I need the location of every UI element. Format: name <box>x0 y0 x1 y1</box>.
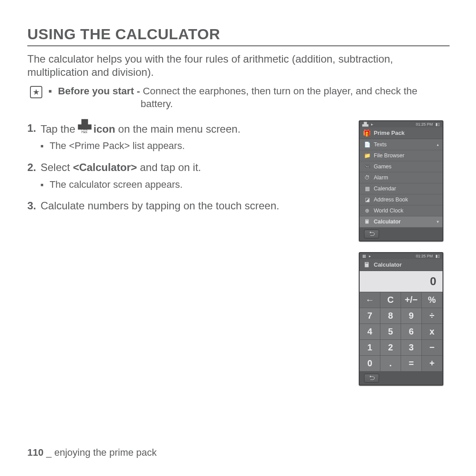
item-type-icon: ◪ <box>364 197 370 203</box>
back-button[interactable]: ⮌ <box>364 374 379 383</box>
bullet-icon: ■ <box>41 143 44 149</box>
screenshot-prime-pack: ▟▙ ▸ 01:25 PM ▮▯ 🎁 Prime Pack 📄Texts▴📁Fi… <box>359 120 443 242</box>
item-type-icon: ⏱ <box>364 175 370 181</box>
step-text: on the main menu screen. <box>118 123 241 134</box>
step-text: Calculate numbers by tapping on the touc… <box>41 200 279 212</box>
screenshot-calculator: ▦ ▸ 01:25 PM ▮▯ 🖩 Calculator 0 ←C+/−%789… <box>359 252 443 386</box>
page-title: USING THE CALCULATOR <box>27 26 450 46</box>
status-time: 01:25 PM <box>416 122 433 126</box>
screen-title: Prime Pack <box>374 130 405 136</box>
list-item[interactable]: ⊕World Clock <box>360 205 443 216</box>
star-icon: ★ <box>30 86 42 98</box>
calc-key[interactable]: 0 <box>360 356 380 372</box>
steps-list: 1. Tap the ▟▙ Prime Pack icon on the mai… <box>27 120 339 386</box>
step-bold: icon <box>93 123 115 134</box>
screen-title: Calculator <box>374 261 402 268</box>
back-button[interactable]: ⮌ <box>364 230 379 238</box>
before-you-start: ★ ■ Before you start - Connect the earph… <box>27 85 450 111</box>
list-item[interactable]: ▦Calendar <box>360 183 443 194</box>
list-item[interactable]: 🎮Games <box>360 161 443 172</box>
battery-icon: ▮▯ <box>435 122 440 126</box>
calc-key[interactable]: . <box>380 356 401 372</box>
list-item[interactable]: ⏱Alarm <box>360 172 443 183</box>
step-text: Select <box>41 161 73 173</box>
page-footer: 110 _ enjoying the prime pack <box>27 447 157 458</box>
item-label: World Clock <box>374 208 403 214</box>
step-bold: <Calculator> <box>73 161 137 173</box>
step-1: 1. Tap the ▟▙ Prime Pack icon on the mai… <box>27 120 339 137</box>
calc-key[interactable]: 3 <box>401 340 422 356</box>
list-item[interactable]: 📁File Browser <box>360 150 443 161</box>
back-icon: ⮌ <box>369 231 375 237</box>
footer-sep: _ <box>46 447 54 458</box>
item-label: Games <box>374 164 391 170</box>
step-number: 3. <box>27 198 41 214</box>
calc-key[interactable]: + <box>422 356 443 372</box>
sub-text: The <Prime Pack> list appears. <box>49 140 185 151</box>
step-1-sub: ■ The <Prime Pack> list appears. <box>27 139 339 152</box>
before-text-2: battery. <box>48 98 417 111</box>
gift-icon: ▟▙ <box>78 120 90 128</box>
list-item[interactable]: 🖩Calculator▾ <box>360 216 443 227</box>
prime-pack-icon: ▟▙ Prime Pack <box>78 120 90 134</box>
step-2-sub: ■ The calculator screen appears. <box>27 178 339 191</box>
calc-mini-icon: ▦ <box>362 254 366 258</box>
item-type-icon: 🖩 <box>364 219 370 225</box>
calc-key[interactable]: 8 <box>380 308 401 324</box>
calc-key[interactable]: 6 <box>401 324 422 340</box>
calc-key[interactable]: C <box>380 292 401 308</box>
item-type-icon: 🎮 <box>364 164 370 170</box>
bullet-icon: ■ <box>41 182 44 187</box>
calc-key[interactable]: 9 <box>401 308 422 324</box>
calc-key[interactable]: − <box>422 340 443 356</box>
sub-text: The calculator screen appears. <box>49 179 182 190</box>
calc-key[interactable]: 4 <box>360 324 380 340</box>
bullet-icon: ■ <box>48 88 52 94</box>
play-icon: ▸ <box>369 254 371 258</box>
item-label: File Browser <box>374 152 404 159</box>
step-text: Tap the <box>41 123 78 134</box>
calc-key[interactable]: ← <box>360 292 380 308</box>
calc-key[interactable]: +/− <box>401 292 422 308</box>
before-text-1: Connect the earphones, then turn on the … <box>143 86 417 97</box>
footer-text: enjoying the prime pack <box>54 447 156 458</box>
item-label: Texts <box>374 141 387 148</box>
scroll-down-icon: ▾ <box>437 219 439 224</box>
gift-icon: 🎁 <box>363 130 370 137</box>
page-number: 110 <box>27 447 44 458</box>
list-item[interactable]: ◪Address Book <box>360 194 443 205</box>
step-number: 1. <box>27 120 41 137</box>
item-type-icon: ▦ <box>364 186 370 192</box>
gift-icon: ▟▙ <box>362 122 368 126</box>
list-item[interactable]: 📄Texts▴ <box>360 139 443 150</box>
item-label: Address Book <box>374 197 408 203</box>
item-type-icon: ⊕ <box>364 208 370 214</box>
item-label: Calendar <box>374 186 396 192</box>
battery-icon: ▮▯ <box>435 254 440 258</box>
item-type-icon: 📄 <box>364 141 370 148</box>
calc-key[interactable]: % <box>422 292 443 308</box>
scroll-up-icon: ▴ <box>437 142 439 147</box>
status-time: 01:25 PM <box>416 254 433 258</box>
back-icon: ⮌ <box>369 375 375 381</box>
step-2: 2. Select <Calculator> and tap on it. <box>27 160 339 175</box>
item-type-icon: 📁 <box>364 152 370 159</box>
calc-display: 0 <box>360 271 443 292</box>
calc-key[interactable]: 1 <box>360 340 380 356</box>
before-label: Before you start - <box>58 86 140 97</box>
calc-key[interactable]: 5 <box>380 324 401 340</box>
step-3: 3. Calculate numbers by tapping on the t… <box>27 198 339 214</box>
intro-text: The calculator helps you with the four r… <box>27 52 450 79</box>
step-number: 2. <box>27 160 41 175</box>
item-label: Calculator <box>374 219 401 225</box>
calc-key[interactable]: 2 <box>380 340 401 356</box>
step-text: and tap on it. <box>140 161 201 173</box>
calc-key[interactable]: = <box>401 356 422 372</box>
calc-key[interactable]: x <box>422 324 443 340</box>
item-label: Alarm <box>374 175 388 181</box>
calc-key[interactable]: ÷ <box>422 308 443 324</box>
calc-key[interactable]: 7 <box>360 308 380 324</box>
play-icon: ▸ <box>371 122 373 126</box>
calculator-icon: 🖩 <box>363 261 370 268</box>
